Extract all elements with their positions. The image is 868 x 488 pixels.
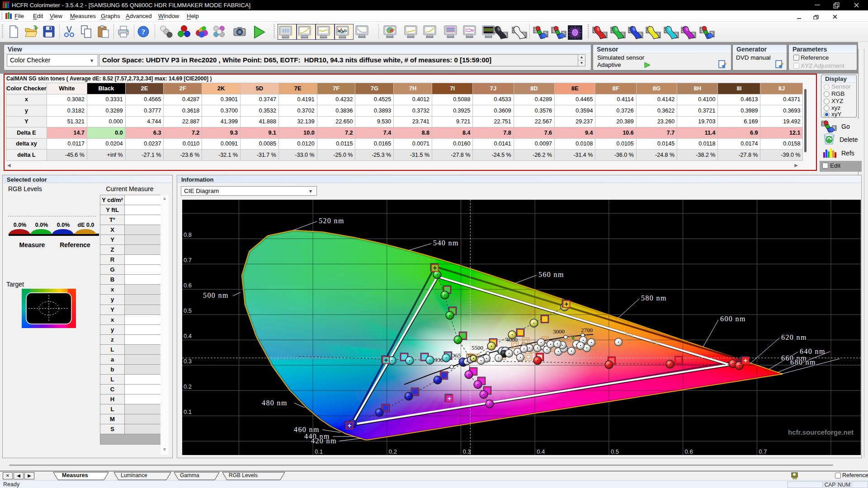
svg-text:600 nm: 600 nm [720, 315, 746, 323]
svg-text:560 nm: 560 nm [538, 271, 564, 278]
svg-text:0.1: 0.1 [315, 448, 323, 455]
svg-text:540 nm: 540 nm [433, 239, 459, 247]
svg-text:0.6: 0.6 [184, 282, 192, 289]
svg-text:520 nm: 520 nm [319, 217, 344, 225]
svg-text:580 nm: 580 nm [641, 294, 667, 302]
svg-text:5500: 5500 [472, 344, 483, 351]
svg-text:500 nm: 500 nm [203, 291, 229, 299]
svg-text:620 nm: 620 nm [781, 333, 807, 341]
svg-text:hcfr.sourceforge.net: hcfr.sourceforge.net [788, 428, 854, 436]
svg-text:0.8: 0.8 [184, 231, 192, 238]
svg-text:0.3: 0.3 [463, 448, 471, 455]
svg-text:D65: D65 [451, 352, 461, 359]
svg-text:480 nm: 480 nm [262, 399, 288, 407]
svg-text:0.5: 0.5 [611, 448, 619, 455]
svg-text:3000: 3000 [553, 328, 565, 335]
svg-text:0.6: 0.6 [685, 448, 693, 455]
svg-text:0.4: 0.4 [537, 448, 545, 455]
svg-text:0.2: 0.2 [184, 383, 192, 390]
svg-text:420 nm: 420 nm [311, 437, 337, 445]
svg-text:0.7: 0.7 [759, 448, 767, 455]
svg-text:2700: 2700 [581, 327, 593, 333]
svg-text:0.4: 0.4 [184, 333, 192, 339]
svg-text:0.3: 0.3 [184, 358, 192, 365]
svg-text:?: ? [142, 28, 146, 36]
svg-text:680 nm: 680 nm [790, 358, 816, 366]
svg-text:0.1: 0.1 [184, 408, 192, 415]
svg-text:0.5: 0.5 [184, 307, 192, 314]
svg-text:0.2: 0.2 [389, 448, 397, 455]
svg-text:0.7: 0.7 [184, 257, 192, 263]
